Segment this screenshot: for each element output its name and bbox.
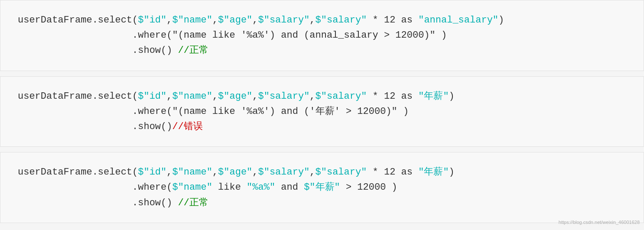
- code-segment: ,: [252, 167, 258, 178]
- code-segment: userDataFrame.select(: [18, 167, 138, 178]
- code-segment: "annal_salary": [418, 15, 498, 26]
- code-line: userDataFrame.select($"id",$"name",$"age…: [18, 89, 626, 104]
- code-segment: ): [449, 91, 455, 102]
- code-segment: .where("(name like '%a%') and ('年薪' > 12…: [18, 106, 409, 117]
- code-segment: //正常: [178, 198, 208, 208]
- code-segment: ,: [212, 167, 218, 178]
- code-segment: * 12 as: [367, 91, 418, 102]
- code-segment: > 12000 ): [340, 182, 397, 193]
- code-segment: .show(): [18, 198, 178, 208]
- code-segment: ,: [212, 15, 218, 26]
- code-segment: $"age": [218, 91, 252, 102]
- code-segment: userDataFrame.select(: [18, 91, 138, 102]
- code-line: .show() //正常: [18, 195, 626, 211]
- code-segment: ,: [309, 15, 315, 26]
- code-segment: $"salary": [258, 167, 310, 178]
- code-segment: $"id": [138, 167, 166, 178]
- code-segment: $"salary": [315, 167, 367, 178]
- code-segment: $"name": [172, 167, 212, 178]
- code-block-1: userDataFrame.select($"id",$"name",$"age…: [0, 0, 644, 71]
- code-segment: $"name": [172, 15, 212, 26]
- code-segment: .show(): [18, 45, 178, 56]
- code-segment: ,: [166, 167, 172, 178]
- code-segment: ,: [166, 91, 172, 102]
- code-segment: $"name": [172, 91, 212, 102]
- code-segment: //错误: [172, 121, 202, 132]
- code-segment: .where("(name like '%a%') and (annal_sal…: [18, 30, 447, 41]
- code-segment: "年薪": [418, 91, 449, 102]
- code-segment: $"age": [218, 15, 252, 26]
- code-segment: .where(: [18, 182, 172, 193]
- code-segment: "%a%": [247, 182, 275, 193]
- code-segment: ,: [309, 167, 315, 178]
- code-segment: $"name": [172, 182, 212, 193]
- code-segment: $"id": [138, 15, 166, 26]
- code-segment: ,: [252, 15, 258, 26]
- code-segment: * 12 as: [367, 167, 418, 178]
- code-block-3: userDataFrame.select($"id",$"name",$"age…: [0, 152, 644, 223]
- code-segment: ,: [212, 91, 218, 102]
- code-segment: //正常: [178, 45, 208, 56]
- code-line: .show() //正常: [18, 43, 626, 58]
- code-segment: $"年薪": [304, 182, 340, 193]
- code-line: .where("(name like '%a%') and (annal_sal…: [18, 28, 626, 43]
- code-block-2: userDataFrame.select($"id",$"name",$"age…: [0, 76, 644, 147]
- code-segment: ): [449, 167, 455, 178]
- code-segment: ,: [166, 15, 172, 26]
- code-segment: $"salary": [315, 91, 367, 102]
- code-segment: like: [212, 182, 247, 193]
- code-segment: $"salary": [258, 91, 310, 102]
- code-segment: $"id": [138, 91, 166, 102]
- code-line: userDataFrame.select($"id",$"name",$"age…: [18, 13, 626, 28]
- code-segment: "年薪": [418, 167, 449, 178]
- code-segment: $"age": [218, 167, 252, 178]
- code-segment: $"salary": [258, 15, 310, 26]
- code-line: .where("(name like '%a%') and ('年薪' > 12…: [18, 104, 626, 119]
- code-segment: and: [275, 182, 304, 193]
- code-container: userDataFrame.select($"id",$"name",$"age…: [0, 0, 644, 223]
- code-line: .where($"name" like "%a%" and $"年薪" > 12…: [18, 180, 626, 195]
- code-segment: userDataFrame.select(: [18, 15, 138, 26]
- watermark-text: https://blog.csdn.net/weixin_46001628: [559, 219, 640, 227]
- code-line: userDataFrame.select($"id",$"name",$"age…: [18, 165, 626, 180]
- code-segment: ): [498, 15, 504, 26]
- code-segment: .show(): [18, 121, 172, 132]
- code-segment: * 12 as: [367, 15, 418, 26]
- code-segment: $"salary": [315, 15, 367, 26]
- code-segment: ,: [252, 91, 258, 102]
- code-segment: ,: [309, 91, 315, 102]
- code-line: .show()//错误: [18, 119, 626, 134]
